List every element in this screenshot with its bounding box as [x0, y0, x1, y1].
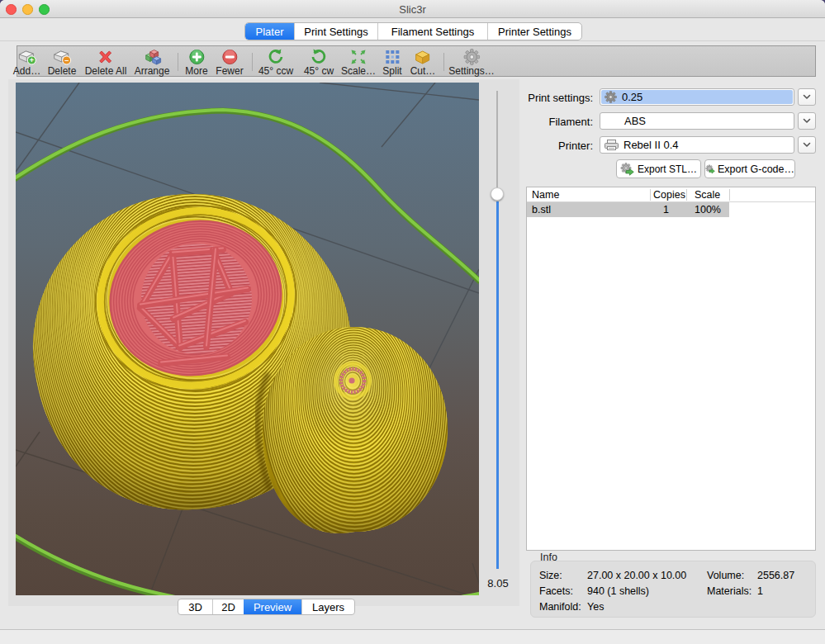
svg-text:+: +	[30, 56, 34, 64]
svg-text:–: –	[64, 56, 69, 64]
